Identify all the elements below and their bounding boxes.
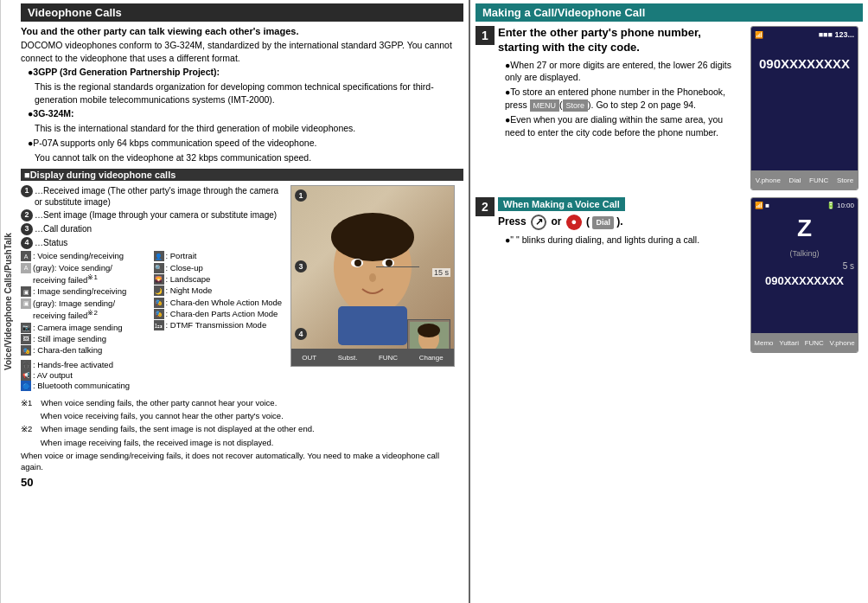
camera-icon: 📷 bbox=[21, 323, 31, 333]
status-chara-whole-text: : Chara-den Whole Action Mode bbox=[166, 298, 283, 308]
dtmf-icon: 1₂₃ bbox=[154, 320, 164, 330]
step2-phone-number: 090XXXXXXXX bbox=[765, 274, 844, 287]
menu-button[interactable]: MENU bbox=[530, 99, 560, 112]
step2-phone-icon: Z bbox=[797, 215, 812, 242]
step1-phone-screen: 📶 ■■■ 123... 090XXXXXXXX bbox=[751, 27, 858, 170]
step1-phone-mockup: 📶 ■■■ 123... 090XXXXXXXX V.phone Dial FU… bbox=[750, 26, 858, 190]
step1-bullet2: ●To store an entered phone number in the… bbox=[505, 86, 744, 112]
step1-container: 1 Enter the other party's phone number, … bbox=[475, 26, 863, 190]
btn-func-1[interactable]: FUNC bbox=[809, 176, 828, 184]
talking-label: (Talking) bbox=[789, 249, 819, 258]
btn-vphone-2[interactable]: V.phone bbox=[830, 339, 855, 347]
btn-store-bottom[interactable]: Store bbox=[837, 176, 853, 184]
av-icon: 📢 bbox=[21, 370, 31, 381]
step2-phone-screen: 📶 ■ 🔋 10:00 Z (Talking) 5 s 090XXXXXXXX bbox=[751, 198, 858, 333]
status-handsfree-group: 🎧 : Hands-free activated 📢 : AV output 🔵… bbox=[21, 360, 153, 392]
circle-4: 4 bbox=[21, 237, 33, 249]
status-chara-parts: 🎭 : Chara-den Parts Action Mode bbox=[154, 309, 286, 319]
footnote-1: ※1 When voice sending fails, the other p… bbox=[21, 397, 463, 408]
circle-1: 1 bbox=[21, 185, 33, 197]
step2-phone-image: 📶 ■ 🔋 10:00 Z (Talking) 5 s 090XXXXXXXX … bbox=[750, 197, 863, 353]
annotation-2: 2 …Sent image (Image through your camera… bbox=[21, 209, 285, 221]
step2-signal: 📶 ■ bbox=[755, 202, 769, 209]
voice-icon: A bbox=[21, 251, 31, 261]
chara-icon: 🎭 bbox=[21, 345, 31, 356]
btn-vphone[interactable]: V.phone bbox=[756, 176, 781, 184]
step1-text: 1 Enter the other party's phone number, … bbox=[475, 26, 744, 190]
night-icon: 🌙 bbox=[154, 285, 164, 296]
svg-point-6 bbox=[369, 273, 376, 282]
face-image bbox=[291, 186, 454, 366]
svg-point-1 bbox=[331, 213, 414, 261]
annotation-1: 1 …Received image (The other party's ima… bbox=[21, 185, 285, 208]
status-night: 🌙 : Night Mode bbox=[154, 285, 286, 296]
display-header: ■Display during videophone calls bbox=[21, 169, 463, 181]
step1-title: Enter the other party's phone number, st… bbox=[498, 26, 744, 55]
step1-number: 1 bbox=[475, 26, 495, 45]
step1-phone-bottom: V.phone Dial FUNC Store bbox=[751, 170, 858, 189]
right-section-header: Making a Call/Videophone Call bbox=[475, 3, 863, 22]
status-portrait: 👤 : Portrait bbox=[154, 251, 286, 261]
status-night-text: : Night Mode bbox=[166, 285, 213, 296]
step2-content: ●" " blinks during dialing, and lights d… bbox=[498, 234, 744, 247]
status-image-text: : Image sending/receiving bbox=[33, 286, 126, 297]
step2-container: 2 When Making a Voice Call Press ↗ or ● … bbox=[475, 197, 863, 353]
svg-point-5 bbox=[386, 260, 393, 266]
display-annotations: 1 …Received image (The other party's ima… bbox=[21, 185, 285, 391]
right-column: Making a Call/Videophone Call 1 Enter th… bbox=[470, 0, 868, 603]
display-section: 1 …Received image (The other party's ima… bbox=[21, 185, 463, 391]
status-right: 👤 : Portrait 🔍 : Close-up 🌄 : Landscape bbox=[154, 251, 286, 391]
step2-header-row: 2 When Making a Voice Call Press ↗ or ● … bbox=[475, 197, 744, 230]
step2-press-line: Press ↗ or ● ( Dial ). bbox=[498, 215, 625, 230]
step1-phone-number: 090XXXXXXXX bbox=[759, 56, 850, 71]
call-button[interactable]: ↗ bbox=[531, 215, 546, 230]
btn-func-2[interactable]: FUNC bbox=[805, 339, 824, 347]
step1-top-bar: 📶 ■■■ 123... bbox=[755, 30, 854, 39]
svg-rect-7 bbox=[338, 306, 407, 345]
paren-open: ( bbox=[586, 215, 590, 228]
red-button[interactable]: ● bbox=[566, 215, 582, 230]
left-section-header: Videophone Calls bbox=[21, 3, 463, 22]
step1-content: ●When 27 or more digits are entered, the… bbox=[498, 59, 744, 139]
status-image-gray: ▣ (gray): Image sending/receiving failed… bbox=[21, 298, 153, 322]
store-button[interactable]: Store bbox=[563, 99, 589, 112]
status-image-gray-text: (gray): Image sending/receiving failed※2 bbox=[33, 298, 115, 322]
footnote-1b: When voice receiving fails, you cannot h… bbox=[21, 410, 463, 421]
handsfree-icon: 🎧 bbox=[21, 360, 31, 370]
bullet-p07a-label: ●P-07A supports only 64 kbps communicati… bbox=[28, 137, 463, 150]
btn-yuttari[interactable]: Yuttari bbox=[779, 339, 799, 347]
btn-dial-bottom[interactable]: Dial bbox=[789, 176, 801, 184]
status-bt-text: : Bluetooth communicating bbox=[33, 381, 130, 391]
left-column: Videophone Calls You and the other party… bbox=[16, 0, 470, 603]
bullet-3gpp-text: This is the regional standards organizat… bbox=[35, 80, 463, 106]
step2-timer: 5 s bbox=[755, 261, 854, 271]
step1-signal: 📶 bbox=[755, 31, 763, 39]
bullet-3g324m-label: ●3G-324M: bbox=[28, 107, 463, 120]
circle-3: 3 bbox=[21, 223, 33, 235]
step2-bullet: ●" " blinks during dialing, and lights d… bbox=[505, 234, 744, 247]
status-handsfree: 🎧 : Hands-free activated bbox=[21, 360, 153, 370]
bullet-3gpp-label: ●3GPP (3rd Generation Partnership Projec… bbox=[28, 66, 463, 79]
status-landscape-text: : Landscape bbox=[166, 274, 211, 285]
footnote-2: ※2 When image sending fails, the sent im… bbox=[21, 423, 463, 434]
status-still-text: : Still image sending bbox=[33, 334, 106, 344]
status-camera: 📷 : Camera image sending bbox=[21, 323, 153, 333]
chara-whole-icon: 🎭 bbox=[154, 298, 164, 308]
status-av: 📢 : AV output bbox=[21, 370, 153, 381]
status-voice: A : Voice sending/receiving bbox=[21, 251, 153, 261]
dial-button[interactable]: Dial bbox=[592, 216, 614, 229]
step2-number: 2 bbox=[475, 197, 495, 216]
status-chara-text: : Chara-den talking bbox=[33, 345, 102, 356]
status-handsfree-text: : Hands-free activated bbox=[33, 360, 113, 370]
intro-bold: You and the other party can talk viewing… bbox=[21, 26, 463, 36]
step1-phone-image: 📶 ■■■ 123... 090XXXXXXXX V.phone Dial FU… bbox=[750, 26, 863, 190]
page-container: Voice/Videophone Calls/PushTalk Videopho… bbox=[0, 0, 868, 603]
step2-phone-mockup: 📶 ■ 🔋 10:00 Z (Talking) 5 s 090XXXXXXXX … bbox=[750, 197, 858, 353]
btn-memo[interactable]: Memo bbox=[754, 339, 773, 347]
status-voice-text: : Voice sending/receiving bbox=[33, 251, 124, 261]
step2-header-content: When Making a Voice Call Press ↗ or ● ( … bbox=[498, 197, 625, 230]
step1-header: 1 Enter the other party's phone number, … bbox=[475, 26, 744, 55]
status-closeup: 🔍 : Close-up bbox=[154, 263, 286, 273]
sidebar-label: Voice/Videophone Calls/PushTalk bbox=[3, 233, 13, 370]
page-number: 50 bbox=[21, 476, 463, 489]
